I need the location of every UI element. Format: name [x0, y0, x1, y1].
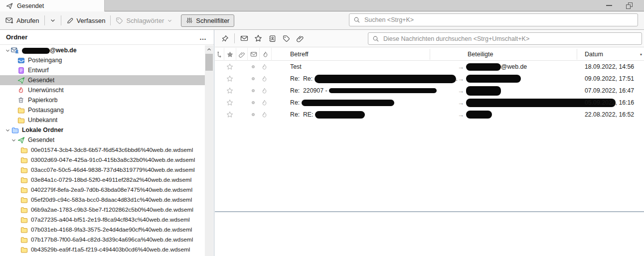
column-thread[interactable] [215, 48, 224, 61]
trash-icon [17, 96, 25, 104]
folder-0402279f-8efa-2ea9-7d0b-63bda08e7475[interactable]: 0402279f-8efa-2ea9-7d0b-63bda08e7475%40w… [0, 185, 205, 195]
message-date: 05.09.2022, 16:16 [585, 97, 634, 109]
folder-06b9a2ae-1783-c9b3-5be7-f1202862c5b0[interactable]: 06b9a2ae-1783-c9b3-5be7-f1202862c5b0%40w… [0, 205, 205, 215]
chevron-down-icon[interactable] [4, 48, 11, 53]
star-icon [227, 51, 233, 58]
folder-posteingang[interactable]: Posteingang [0, 55, 205, 65]
chevron-down-icon [50, 17, 56, 23]
sent-icon [17, 76, 25, 84]
message-list-pane: Betreff Beteiligte Datum ▾ Test→@web.de1… [215, 30, 644, 256]
get-mail-dropdown[interactable] [47, 15, 58, 25]
folder-00e01574-3cb4-3dc8-6b57-f6d543c6bbd6[interactable]: 00e01574-3cb4-3dc8-6b57-f6d543c6bbd6%40w… [0, 145, 205, 155]
column-starred[interactable] [224, 48, 236, 61]
junk-indicator-icon[interactable] [261, 109, 268, 121]
column-date[interactable]: Datum [585, 48, 603, 61]
message-correspondent: → [458, 73, 521, 85]
tab-gesendet[interactable]: Gesendet [0, 0, 105, 12]
get-mail-button[interactable]: Abrufen [3, 14, 42, 26]
folder-tree: @web.dePosteingangEntwurfGesendetUnerwün… [0, 45, 205, 256]
message-row[interactable]: Re: 220907 - →07.09.2022, 16:47 [215, 85, 644, 97]
send-plane-icon [6, 2, 13, 9]
tag-filter-button[interactable] [279, 35, 293, 42]
column-read[interactable] [248, 48, 260, 61]
pane-splitter[interactable] [215, 211, 644, 212]
message-row[interactable]: Re: RE: →22.08.2022, 16:52 [215, 109, 644, 121]
separator [110, 15, 111, 25]
quick-filter-bar [215, 30, 644, 47]
folder-postausgang[interactable]: Postausgang [0, 105, 205, 115]
folder-03acc07e-50c5-46d4-9838-737d4b319779[interactable]: 03acc07e-50c5-46d4-9838-737d4b319779%40w… [0, 165, 205, 175]
folder-03e84a1c-0729-18bd-52f0-e4911ef282a2[interactable]: 03e84a1c-0729-18bd-52f0-e4911ef282a2%40w… [0, 175, 205, 185]
unread-filter-button[interactable] [237, 34, 251, 42]
scrollbar-thumb[interactable] [205, 54, 213, 71]
folder-07b031eb-4168-9fa3-3575-2e4d4dae90cf[interactable]: 07b031eb-4168-9fa3-3575-2e4d4dae90cf%40w… [0, 225, 205, 235]
folder-pane-scrollbar[interactable] [205, 45, 213, 256]
folder-07b177b8-7f00-6a94-c82d-3d39c4a696ca[interactable]: 07b177b8-7f00-6a94-c82d-3d39c4a696ca%40w… [0, 235, 205, 245]
read-indicator-icon[interactable] [250, 85, 256, 97]
chevron-down-icon[interactable] [4, 128, 11, 133]
folder-label: 0b43529b-ea9f-f1a5-f219-c494403b0cd6%40w… [31, 246, 190, 253]
message-row[interactable]: Re: Re: .→09.09.2022, 17:51 [215, 73, 644, 85]
star-icon[interactable] [226, 85, 233, 97]
read-indicator-icon[interactable] [250, 97, 256, 109]
column-correspondents[interactable]: Beteiligte [468, 48, 493, 61]
junk-indicator-icon[interactable] [261, 73, 268, 85]
tags-button[interactable]: Schlagwörter [113, 15, 175, 26]
compose-button[interactable]: Verfassen [64, 15, 108, 26]
minimize-button[interactable] [600, 0, 619, 11]
redaction-blob [466, 63, 501, 71]
folder-07a27235-a404-bf51-2e19-f8ca94cf843c[interactable]: 07a27235-a404-bf51-2e19-f8ca94cf843c%40w… [0, 215, 205, 225]
column-separator[interactable] [577, 49, 577, 60]
folder-lokale-ordner[interactable]: Lokale Ordner [0, 125, 205, 135]
thunderbird-window: Gesendet Abrufen Verfassen [0, 0, 644, 256]
column-junk[interactable] [260, 48, 272, 61]
star-icon[interactable] [226, 61, 233, 73]
folder-label: Gesendet [28, 136, 54, 143]
junk-indicator-icon[interactable] [261, 97, 268, 109]
message-row[interactable]: Test→@web.de18.09.2022, 14:56 [215, 61, 644, 73]
message-date: 07.09.2022, 16:47 [585, 85, 634, 97]
read-indicator-icon[interactable] [250, 73, 256, 85]
contact-filter-button[interactable] [265, 35, 279, 42]
folder-05ef20d9-c94c-583a-bcc0-8daac4d83d1c[interactable]: 05ef20d9-c94c-583a-bcc0-8daac4d83d1c%40w… [0, 195, 205, 205]
folder-03002d69-047e-425a-91c0-415b3a8c32b0[interactable]: 03002d69-047e-425a-91c0-415b3a8c32b0%40w… [0, 155, 205, 165]
folder-icon [20, 156, 28, 164]
star-icon[interactable] [226, 97, 233, 109]
starred-filter-button[interactable] [251, 34, 265, 42]
attachment-filter-button[interactable] [293, 35, 307, 42]
message-subject: Re: 220907 - [290, 85, 437, 97]
folder-gesendet[interactable]: Gesendet [0, 135, 205, 145]
outgoing-arrow-icon: → [458, 87, 464, 95]
read-indicator-icon[interactable] [250, 109, 256, 121]
column-picker-icon[interactable]: ▾ [640, 52, 642, 57]
folder-unerwünscht[interactable]: Unerwünscht [0, 85, 205, 95]
pin-filter-button[interactable] [218, 35, 232, 42]
message-search-input[interactable] [382, 35, 638, 43]
account-icon [11, 46, 19, 54]
folder-pane-more-button[interactable]: … [199, 35, 214, 40]
compose-label: Verfassen [77, 17, 106, 24]
folder-papierkorb[interactable]: Papierkorb [0, 95, 205, 105]
folder-gesendet[interactable]: Gesendet [0, 75, 205, 85]
folder-label: Unbekannt [28, 117, 57, 124]
star-icon[interactable] [226, 73, 233, 85]
restore-button[interactable] [620, 0, 639, 11]
global-search-input[interactable] [363, 16, 634, 24]
folder-0b43529b-ea9f-f1a5-f219-c494403b0cd6[interactable]: 0b43529b-ea9f-f1a5-f219-c494403b0cd6%40w… [0, 245, 205, 255]
message-search-box [368, 32, 642, 45]
thread-icon [216, 51, 223, 58]
folder-entwurf[interactable]: Entwurf [0, 65, 205, 75]
junk-indicator-icon[interactable] [261, 61, 268, 73]
folder-account[interactable]: @web.de [0, 45, 205, 55]
quick-filter-toggle-button[interactable]: Schnellfilter [181, 14, 234, 27]
chevron-down-icon[interactable] [10, 137, 17, 143]
column-separator[interactable] [430, 49, 430, 60]
message-row[interactable]: Re: →05.09.2022, 16:16 [215, 97, 644, 109]
read-indicator-icon[interactable] [250, 61, 256, 73]
scroll-up-icon[interactable] [205, 45, 213, 53]
column-subject[interactable]: Betreff [290, 48, 309, 61]
column-attachment[interactable] [236, 48, 248, 61]
junk-indicator-icon[interactable] [261, 85, 268, 97]
star-icon[interactable] [226, 109, 233, 121]
folder-unbekannt[interactable]: Unbekannt [0, 115, 205, 125]
